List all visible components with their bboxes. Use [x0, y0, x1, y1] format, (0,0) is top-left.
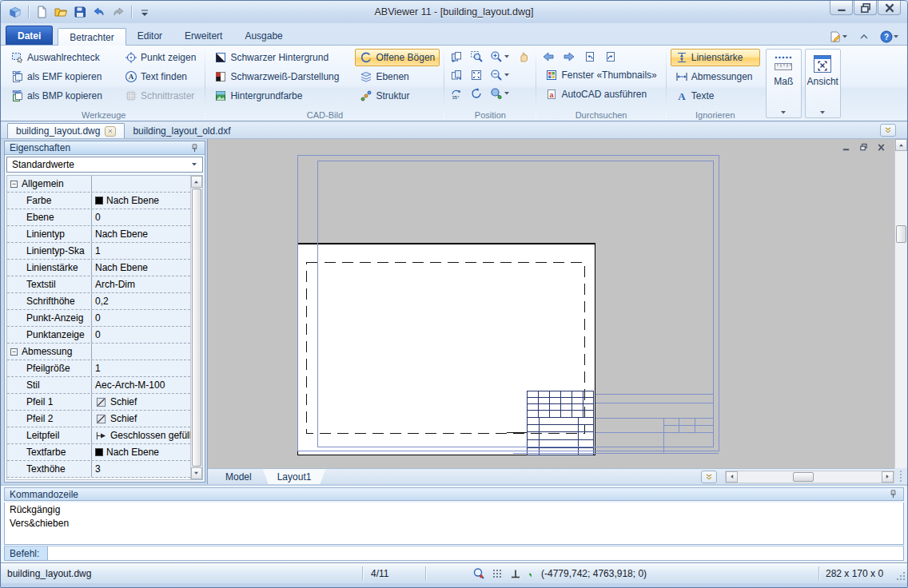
zoom-fit-button[interactable]	[468, 67, 484, 83]
property-value[interactable]: Arch-Dim	[92, 276, 190, 292]
canvas-horizontal-scrollbar[interactable]	[725, 471, 894, 483]
zoom-extents-button[interactable]	[488, 85, 512, 101]
property-row[interactable]: LinientypNach Ebene	[7, 226, 190, 243]
property-row[interactable]: StilAec-Arch-M-100	[7, 377, 190, 394]
rotate-button[interactable]	[468, 85, 484, 101]
close-button[interactable]	[878, 1, 901, 15]
property-value[interactable]: Nach Ebene	[92, 260, 190, 276]
tab-datei[interactable]: Datei	[6, 26, 53, 45]
redo-button[interactable]	[110, 3, 127, 21]
drawing-canvas[interactable]: Model Layout1	[207, 139, 907, 484]
hintergrundfarbe-button[interactable]: Hintergrundfarbe	[209, 87, 350, 105]
property-value[interactable]: Schief	[92, 394, 190, 410]
search-marker-icon[interactable]	[472, 567, 485, 580]
view-undo-button[interactable]	[582, 49, 598, 65]
view-redo-button[interactable]	[603, 49, 619, 65]
open-file-button[interactable]	[52, 3, 70, 21]
property-value[interactable]: 0,2	[92, 293, 190, 309]
ebenen-button[interactable]: Ebenen	[355, 68, 440, 85]
property-value[interactable]: Nach Ebene	[92, 193, 190, 209]
property-value[interactable]: Schief	[92, 411, 190, 427]
property-value[interactable]: Geschlossen gefüllt	[92, 427, 190, 443]
thumbnails-button[interactable]: Fenster «Thumbnails»	[540, 66, 661, 84]
property-row[interactable]: Linientyp-Ska1	[7, 243, 190, 260]
pages-copy-button[interactable]	[448, 67, 464, 83]
scroll-left-button[interactable]	[726, 471, 738, 483]
new-file-button[interactable]	[33, 3, 50, 21]
punkt-zeigen-button[interactable]: Punkt zeigen	[120, 49, 201, 66]
forward-button[interactable]	[561, 49, 577, 65]
property-value[interactable]: Nach Ebene	[92, 226, 190, 242]
canvas-vertical-scrollbar[interactable]	[894, 139, 907, 468]
property-row[interactable]: FarbeNach Ebene	[7, 193, 190, 209]
pin-icon[interactable]	[888, 489, 898, 499]
doc-tab-building-layout-old-dxf[interactable]: building_layout_old.dxf	[125, 123, 238, 138]
scroll-thumb[interactable]	[793, 472, 814, 482]
property-value[interactable]: 0	[92, 209, 190, 225]
snap-grid-icon[interactable]	[491, 567, 504, 580]
help-button[interactable]: ?	[881, 28, 898, 46]
property-row[interactable]: Texthöhe3	[7, 461, 190, 478]
property-row[interactable]: Pfeilgröße1	[7, 360, 190, 377]
mdi-restore-button[interactable]	[856, 141, 870, 153]
scroll-right-button[interactable]	[882, 471, 894, 483]
property-row[interactable]: LinienstärkeNach Ebene	[7, 260, 190, 276]
auswahlrechteck-button[interactable]: Auswahlrechteck	[6, 49, 115, 66]
property-row[interactable]: Punkt-Anzeig0	[7, 310, 190, 327]
text-finden-button[interactable]: AText finden	[120, 68, 201, 85]
preset-dropdown[interactable]: Standardwerte	[6, 157, 203, 173]
close-tab-button[interactable]	[105, 126, 116, 137]
minimize-button[interactable]	[830, 1, 853, 15]
scroll-up-button[interactable]	[191, 176, 202, 188]
zoom-in-button[interactable]	[488, 49, 512, 65]
scroll-thumb[interactable]	[192, 189, 201, 467]
zoom-out-button[interactable]	[488, 67, 512, 83]
schwarzer-hintergrund-button[interactable]: Schwarzer Hintergrund	[209, 49, 350, 66]
property-value[interactable]: Aec-Arch-M-100	[92, 377, 190, 393]
property-row[interactable]: TextstilArch-Dim	[7, 276, 190, 293]
undo-button[interactable]	[90, 3, 108, 21]
property-row[interactable]: LeitpfeilGeschlossen gefüllt	[7, 427, 190, 444]
mass-button[interactable]: Maß	[766, 49, 802, 118]
autocad-button[interactable]: aAutoCAD ausführen	[540, 85, 661, 103]
property-row[interactable]: TextfarbeNach Ebene	[7, 444, 190, 461]
tab-editor[interactable]: Editor	[126, 27, 173, 45]
save-button[interactable]	[71, 3, 89, 21]
scroll-thumb[interactable]	[896, 225, 906, 243]
ansicht-button[interactable]: Ansicht	[805, 49, 841, 118]
property-group-row[interactable]: −Allgemein	[7, 176, 190, 193]
rotate-angle-button[interactable]: 35°	[448, 85, 464, 101]
emf-kopieren-button[interactable]: EMFals EMF kopieren	[6, 68, 115, 85]
doc-tabs-overflow-button[interactable]	[880, 124, 896, 137]
command-panel-header[interactable]: Kommandozeile	[4, 487, 904, 501]
property-row[interactable]: Pfeil 2Schief	[7, 411, 190, 427]
property-value[interactable]: 1	[92, 243, 190, 259]
tab-ausgabe[interactable]: Ausgabe	[233, 27, 293, 45]
sheet-tabs-overflow-button[interactable]	[701, 471, 717, 483]
scroll-down-button[interactable]	[191, 467, 202, 479]
property-row[interactable]: Schrifthöhe0,2	[7, 293, 190, 310]
property-row[interactable]: Punktanzeige0	[7, 327, 190, 344]
property-group-row[interactable]: −Abmessung	[7, 344, 190, 360]
property-value[interactable]: Nach Ebene	[92, 444, 190, 460]
sheet-tab-layout1[interactable]: Layout1	[263, 469, 326, 484]
property-value[interactable]: 1	[92, 360, 190, 376]
pages-overlap-button[interactable]	[448, 49, 464, 65]
collapse-ribbon-button[interactable]	[855, 28, 873, 46]
quick-access-menu-button[interactable]	[136, 3, 153, 21]
properties-scrollbar[interactable]	[190, 176, 202, 479]
properties-header[interactable]: Eigenschaften	[5, 141, 205, 155]
app-menu-button[interactable]	[6, 3, 24, 21]
schwarzweiss-button[interactable]: Schwarzweiß-Darstellung	[209, 68, 350, 85]
resize-grip[interactable]	[896, 563, 907, 583]
tab-betrachter[interactable]: Betrachter	[58, 28, 125, 46]
customize-button[interactable]	[830, 28, 847, 46]
pan-button[interactable]	[516, 49, 532, 65]
property-value[interactable]: 3	[92, 461, 190, 477]
doc-tab-building-layout-dwg[interactable]: building_layout.dwg	[7, 123, 125, 138]
collapse-icon[interactable]: −	[10, 348, 18, 356]
mdi-close-button[interactable]	[874, 141, 888, 153]
property-row[interactable]: Pfeil 1Schief	[7, 394, 190, 411]
bmp-kopieren-button[interactable]: BMPals BMP kopieren	[6, 87, 115, 105]
property-value[interactable]: 0	[92, 327, 190, 343]
